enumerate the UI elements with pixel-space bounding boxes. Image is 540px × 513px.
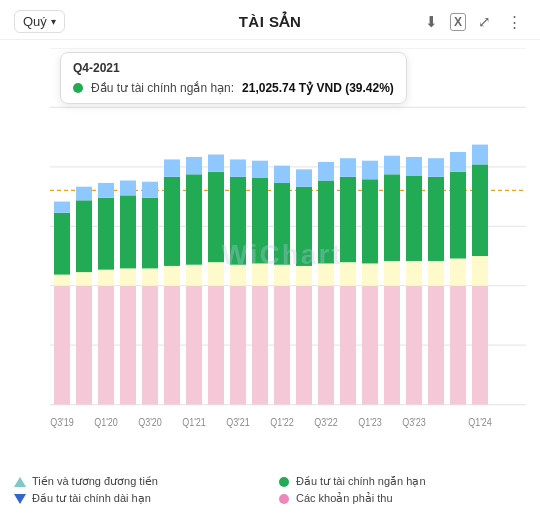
svg-rect-29 (120, 268, 136, 285)
bar-q3-24b (450, 152, 466, 405)
svg-rect-74 (362, 179, 378, 263)
svg-rect-22 (76, 200, 92, 272)
bar-q3-19 (54, 202, 70, 405)
bar-chart: 60K 50K 40K 30K 20K 10K 0 42500.0 (50, 48, 526, 469)
svg-rect-61 (296, 266, 312, 286)
bar-q1-23c (340, 158, 356, 404)
bar-q3-23 (274, 166, 290, 405)
expand-icon[interactable]: ⤢ (474, 11, 495, 33)
svg-rect-77 (384, 261, 400, 286)
svg-rect-34 (142, 198, 158, 269)
legend-dtdh: Đầu tư tài chính dài hạn (14, 492, 262, 505)
chart-legend: Tiền và tương đương tiền Đầu tư tài chín… (0, 469, 540, 513)
bar-q1-24b (428, 158, 444, 404)
svg-rect-40 (186, 286, 202, 405)
svg-rect-27 (98, 183, 114, 198)
svg-rect-36 (164, 286, 180, 405)
legend-tien-label: Tiền và tương đương tiền (32, 475, 158, 488)
period-selector-group[interactable]: Quý ▾ (14, 10, 65, 33)
svg-rect-91 (450, 152, 466, 172)
period-label: Quý (23, 14, 47, 29)
svg-rect-18 (54, 213, 70, 275)
download-icon[interactable]: ⬇ (421, 11, 442, 33)
svg-rect-62 (296, 187, 312, 266)
bar-q3-22b (230, 159, 246, 404)
svg-rect-92 (472, 286, 488, 405)
svg-rect-90 (450, 172, 466, 259)
svg-rect-87 (428, 158, 444, 177)
svg-text:Q3'19: Q3'19 (50, 416, 74, 428)
bar-q3-23b (318, 162, 334, 405)
svg-rect-46 (208, 172, 224, 262)
excel-icon[interactable]: X (450, 13, 466, 31)
legend-dtdh-label: Đầu tư tài chính dài hạn (32, 492, 151, 505)
bar-q1-22-highlighted (164, 159, 180, 404)
tooltip-dot (73, 83, 83, 93)
chart-area: Q4-2021 Đầu tư tài chính ngắn hạn: 21,02… (0, 40, 540, 469)
svg-rect-89 (450, 259, 466, 286)
svg-rect-52 (252, 286, 268, 405)
tooltip-value: 21,025.74 Tỷ VND (39.42%) (242, 81, 394, 95)
svg-rect-65 (318, 263, 334, 285)
bar-q3-20 (98, 183, 114, 405)
bar-q1-24 (384, 156, 400, 405)
svg-rect-80 (406, 286, 422, 405)
svg-rect-54 (252, 178, 268, 263)
chart-tooltip: Q4-2021 Đầu tư tài chính ngắn hạn: 21,02… (60, 52, 407, 104)
svg-rect-50 (230, 177, 246, 265)
tooltip-label: Đầu tư tài chính ngắn hạn: (91, 81, 234, 95)
svg-rect-60 (296, 286, 312, 405)
svg-rect-30 (120, 195, 136, 268)
svg-rect-17 (54, 275, 70, 286)
chevron-down-icon: ▾ (51, 16, 56, 27)
svg-rect-42 (186, 174, 202, 264)
svg-rect-76 (384, 286, 400, 405)
svg-rect-51 (230, 159, 246, 176)
svg-rect-71 (340, 158, 356, 177)
svg-rect-24 (98, 286, 114, 405)
tooltip-date: Q4-2021 (73, 61, 394, 75)
bar-q1-21 (120, 180, 136, 404)
svg-rect-68 (340, 286, 356, 405)
svg-rect-78 (384, 174, 400, 261)
svg-rect-35 (142, 182, 158, 198)
svg-rect-32 (142, 286, 158, 405)
svg-rect-45 (208, 262, 224, 286)
svg-rect-81 (406, 261, 422, 286)
legend-tien: Tiền và tương đương tiền (14, 475, 262, 488)
svg-rect-55 (252, 161, 268, 178)
header-actions: ⬇ X ⤢ ⋮ (421, 11, 526, 33)
more-icon[interactable]: ⋮ (503, 11, 526, 33)
svg-rect-20 (76, 286, 92, 405)
svg-text:Q1'24: Q1'24 (468, 416, 492, 428)
chart-header: Quý ▾ TÀI SẢN ⬇ X ⤢ ⋮ (0, 0, 540, 40)
svg-rect-73 (362, 263, 378, 285)
svg-text:Q3'21: Q3'21 (226, 416, 250, 428)
period-selector[interactable]: Quý ▾ (14, 10, 65, 33)
svg-rect-19 (54, 202, 70, 213)
svg-rect-31 (120, 180, 136, 195)
svg-rect-69 (340, 262, 356, 286)
svg-rect-63 (296, 169, 312, 186)
svg-rect-49 (230, 265, 246, 286)
svg-rect-95 (472, 145, 488, 165)
bar-q1-20 (76, 187, 92, 405)
svg-rect-28 (120, 286, 136, 405)
legend-dtnh-label: Đầu tư tài chính ngắn hạn (296, 475, 426, 488)
bar-q3-23c (362, 161, 378, 405)
bar-q1-23 (252, 161, 268, 405)
legend-triangle-down-icon (14, 493, 26, 505)
svg-rect-48 (230, 286, 246, 405)
svg-text:Q3'20: Q3'20 (138, 416, 162, 428)
svg-text:Q3'23: Q3'23 (402, 416, 426, 428)
svg-text:Q1'22: Q1'22 (270, 416, 294, 428)
chart-title: TÀI SẢN (239, 13, 302, 31)
svg-rect-94 (472, 164, 488, 256)
svg-text:Q1'20: Q1'20 (94, 416, 118, 428)
svg-rect-38 (164, 177, 180, 266)
svg-rect-37 (164, 266, 180, 286)
svg-rect-25 (98, 270, 114, 286)
svg-rect-66 (318, 180, 334, 263)
main-container: Quý ▾ TÀI SẢN ⬇ X ⤢ ⋮ Q4-2021 Đầu tư tài… (0, 0, 540, 513)
legend-circle-pink-icon (278, 493, 290, 505)
